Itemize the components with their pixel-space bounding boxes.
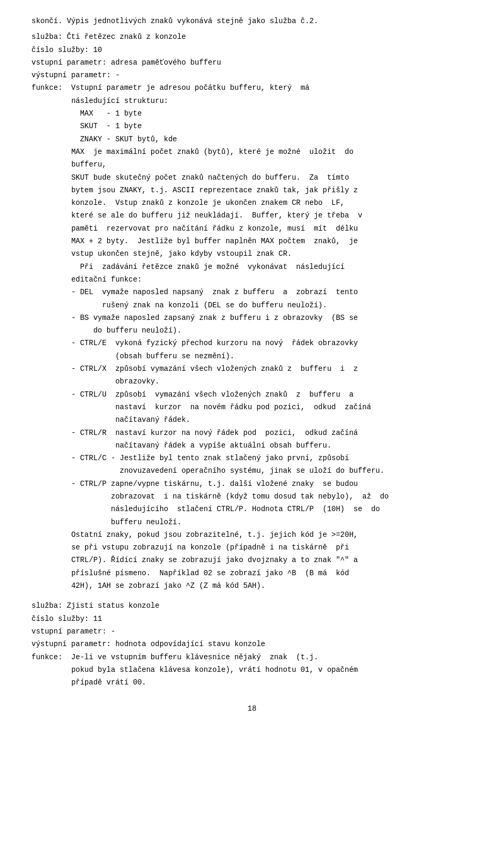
service10-line-25: (obsah bufferu se nezmění). <box>32 351 472 361</box>
service10-line-30: načítavaný řádek. <box>32 414 472 425</box>
service10-line-3: výstupní parametr: - <box>32 70 472 80</box>
service11-line-5: pokud byla stlačena klávesa konzole), vr… <box>32 665 472 675</box>
service10-line-43: 42H), 1AH se zobrazí jako ^Z (Z má kód 5… <box>32 580 472 591</box>
service10-line-22: - BS vymaže naposled zapsaný znak z buff… <box>32 313 472 323</box>
service10-line-17: vstup ukončen stejně, jako kdyby vstoupi… <box>32 248 472 259</box>
service11-line-2: vstupní parametr: - <box>32 626 472 637</box>
service10-line-21: rušený znak na konzoli (DEL se do buffer… <box>32 300 472 310</box>
service10-line-34: znovuzavedení operačního systému, jinak … <box>32 465 472 476</box>
service10-line-38: bufferu neuloží. <box>32 517 472 527</box>
service10-line-4: funkce: Vstupní parametr je adresou počá… <box>32 82 472 93</box>
service10-line-10: bufferu, <box>32 159 472 170</box>
service10-line-5: následující strukturu: <box>32 96 472 106</box>
service11-line-3: výstupní parametr: hodnota odpovídající … <box>32 639 472 649</box>
service10-line-14: které se ale do bufferu již neukládají. … <box>32 210 472 221</box>
service10-line-23: do bufferu neuloží). <box>32 325 472 336</box>
service10-line-2: vstupní parametr: adresa paměťového buff… <box>32 57 472 68</box>
service10-line-26: - CTRL/X způsobí vymazání všech vloženýc… <box>32 364 472 374</box>
service10-line-42: příslušné písmeno. Například 02 se zobra… <box>32 568 472 578</box>
service10-line-6: MAX - 1 byte <box>32 108 472 119</box>
service10-section: služba: Čti řetězec znaků z konzole čísl… <box>32 32 472 591</box>
service11-line-0: služba: Zjisti status konzole <box>32 600 472 611</box>
service10-line-33: - CTRL/C - Jestliže byl tento znak stlač… <box>32 453 472 463</box>
service11-line-6: případě vrátí 00. <box>32 677 472 688</box>
service11-line-1: číslo služby: 11 <box>32 614 472 624</box>
intro-line: skončí. Výpis jednotlivých znaků vykonáv… <box>32 16 472 26</box>
service10-line-12: bytem jsou ZNAKY, t.j. ASCII reprezentac… <box>32 185 472 195</box>
page-number: 18 <box>32 703 472 714</box>
page-content: skončí. Výpis jednotlivých znaků vykonáv… <box>32 16 472 714</box>
intro-section: skončí. Výpis jednotlivých znaků vykonáv… <box>32 16 472 26</box>
service10-line-16: MAX + 2 byty. Jestliže byl buffer naplně… <box>32 236 472 246</box>
service10-line-36: zobrazovat i na tiskárně (když tomu dosu… <box>32 491 472 502</box>
service10-line-41: CTRL/P). Řídící znaky se zobrazují jako … <box>32 555 472 565</box>
service11-section: služba: Zjisti status konzole číslo služ… <box>32 600 472 688</box>
service10-line-27: obrazovky. <box>32 376 472 387</box>
service10-line-24: - CTRL/E vykoná fyzický přechod kurzoru … <box>32 338 472 348</box>
service10-line-0: služba: Čti řetězec znaků z konzole <box>32 32 472 42</box>
service10-line-9: MAX je maximální počet znaků (bytů), kte… <box>32 147 472 157</box>
service10-line-29: nastaví kurzor na novém řádku pod pozici… <box>32 402 472 412</box>
service10-line-1: číslo služby: 10 <box>32 45 472 55</box>
service10-line-31: - CTRL/R nastaví kurzor na nový řádek po… <box>32 428 472 438</box>
service10-line-8: ZNAKY - SKUT bytů, kde <box>32 134 472 144</box>
service10-line-28: - CTRL/U způsobí vymazání všech vloženýc… <box>32 389 472 400</box>
service10-line-13: konzole. Vstup znaků z konzole je ukonče… <box>32 198 472 208</box>
service11-line-4: funkce: Je-li ve vstupním bufferu kláves… <box>32 652 472 662</box>
service10-line-15: paměti rezervovat pro načítání řádku z k… <box>32 223 472 234</box>
service10-line-18: Při zadávání řetězce znaků je možné vyko… <box>32 262 472 272</box>
service10-line-35: - CTRL/P zapne/vypne tiskárnu, t.j. dalš… <box>32 479 472 489</box>
service10-line-39: Ostatní znaky, pokud jsou zobrazitelné, … <box>32 529 472 540</box>
service10-line-37: následujícího stlačení CTRL/P. Hodnota C… <box>32 504 472 514</box>
service10-line-20: - DEL vymaže naposled napsaný znak z buf… <box>32 287 472 297</box>
service10-line-19: editační funkce: <box>32 274 472 285</box>
service10-line-40: se při vstupu zobrazují na konzole (příp… <box>32 542 472 553</box>
service10-line-7: SKUT - 1 byte <box>32 121 472 131</box>
service10-line-11: SKUT bude skutečný počet znaků načtených… <box>32 172 472 183</box>
service10-line-32: načítavaný řádek a vypíše aktuální obsah… <box>32 440 472 451</box>
